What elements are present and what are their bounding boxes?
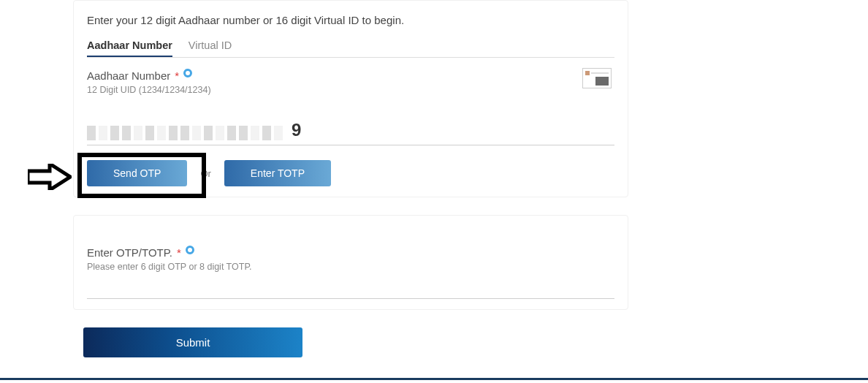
aadhaar-label: Aadhaar Number (87, 69, 170, 82)
svg-marker-0 (28, 164, 70, 190)
otp-field-header: Enter OTP/TOTP. * (87, 246, 614, 259)
info-icon[interactable] (183, 69, 192, 77)
annotation-arrow-icon (28, 164, 72, 190)
otp-label: Enter OTP/TOTP. (87, 246, 172, 259)
send-otp-button[interactable]: Send OTP (87, 160, 187, 186)
required-mark: * (175, 69, 179, 82)
submit-button[interactable]: Submit (83, 327, 302, 357)
enter-totp-button[interactable]: Enter TOTP (224, 160, 331, 186)
info-icon[interactable] (186, 246, 194, 254)
redacted-digits (87, 126, 283, 140)
tab-virtual-id[interactable]: Virtual ID (189, 39, 232, 57)
aadhaar-card-thumbnail-icon (582, 68, 612, 88)
otp-card: Enter OTP/TOTP. * Please enter 6 digit O… (73, 215, 628, 310)
intro-text: Enter your 12 digit Aadhaar number or 16… (87, 14, 614, 26)
id-type-tabs: Aadhaar Number Virtual ID (87, 39, 614, 58)
or-text: Or (200, 168, 210, 179)
aadhaar-sublabel: 12 Digit UID (1234/1234/1234) (87, 85, 614, 95)
otp-button-row: Send OTP Or Enter TOTP (87, 160, 614, 186)
footer-divider (0, 378, 868, 380)
otp-sublabel: Please enter 6 digit OTP or 8 digit TOTP… (87, 262, 614, 272)
aadhaar-field-header: Aadhaar Number * (87, 69, 614, 82)
required-mark: * (177, 246, 181, 259)
otp-input[interactable] (87, 298, 614, 299)
aadhaar-card: Enter your 12 digit Aadhaar number or 16… (73, 0, 628, 197)
tab-aadhaar-number[interactable]: Aadhaar Number (87, 39, 172, 57)
aadhaar-visible-digit: 9 (292, 120, 301, 140)
aadhaar-input[interactable]: 9 (87, 120, 614, 145)
